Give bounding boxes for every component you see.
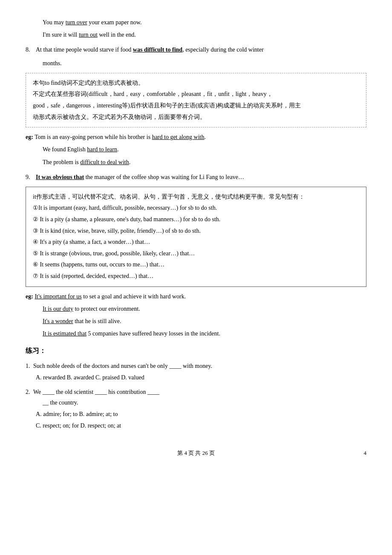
ex2-cont: __ the country. (26, 397, 366, 408)
line-turn-over-after: your exam paper now. (87, 19, 142, 26)
eg2-s1-end: to set a goal and achieve it with hard w… (82, 293, 186, 300)
ex2-opts1: A. admire; for; to B. admire; at; to (26, 409, 366, 419)
line-turn-out: I'm sure it will turn out well in the en… (26, 29, 366, 40)
eg3-line: The problem is difficult to deal with. (26, 157, 366, 168)
eg1-line: eg: Tom is an easy-going person while hi… (26, 132, 366, 142)
item-9-num: 9. (26, 172, 36, 182)
ex2-opts2: C. respect; on; for D. respect; on; at (26, 420, 366, 431)
eg-label-2: eg: (26, 293, 33, 300)
note1-line1: 本句to find动词不定式的主动形式表被动。 (33, 78, 359, 89)
note-box-2: it作形式主语，可以代替不定式、动名词、从句，置于句首，无意义，使句式结构更平衡… (26, 187, 366, 287)
page-content: You may turn over your exam paper now. I… (26, 17, 366, 458)
eg3-end: . (129, 159, 131, 165)
eg2-s1-u: It's important for us (35, 293, 81, 300)
eg2-s2-u: It is our duty (43, 306, 73, 312)
item-9: 9. It was obvious that the manager of th… (26, 172, 366, 182)
eg2-s4-end: 5 companies have suffered heavy losses i… (86, 330, 220, 337)
note-box-1: 本句to find动词不定式的主动形式表被动。 不定式在某些形容词(diffic… (26, 73, 366, 127)
eg2-s2-line: It is our duty to protect our environmen… (26, 304, 366, 314)
eg2-section-label: eg: It's important for us to set a goal … (26, 291, 366, 302)
exercise-2: 2. We ____ the old scientist ____ his co… (26, 387, 366, 431)
turn-over-underline: turn over (66, 19, 87, 26)
eg2-s4-line: It is estimated that 5 companies have su… (26, 328, 366, 339)
note1-line3: good，safe，dangerous，interesting等)后作状语且和句… (33, 100, 359, 112)
note2-c7: ⑦ It is said (reported, decided, expecte… (33, 271, 359, 282)
ex2-question: 2. We ____ the old scientist ____ his co… (26, 387, 366, 397)
line-turn-out-before: I'm sure it will (43, 32, 79, 38)
turn-out-underline: turn out (79, 32, 98, 38)
line-turn-over: You may turn over your exam paper now. (26, 17, 366, 28)
eg1-u: hard to get along with (152, 134, 205, 140)
note2-c4: ④ It's a pity (a shame, a fact, a wonder… (33, 237, 359, 248)
item-8-body: At that time people would starve if food… (36, 44, 264, 55)
ex1-question: 1. Such noble deeds of the doctors and n… (26, 361, 366, 371)
eg1-end: . (205, 134, 206, 140)
ex1-text: Such noble deeds of the doctors and nurs… (33, 363, 212, 369)
item-8-cont: months. (26, 58, 366, 69)
line-turn-out-after: well in the end. (98, 32, 136, 38)
note2-c2: ② It is a pity (a shame, a pleasure, one… (33, 214, 359, 225)
eg1-text: Tom is an easy-going person while his br… (35, 134, 152, 140)
eg2-s3-line: It's a wonder that he is still alive. (26, 316, 366, 327)
eg2-u: hard to learn (87, 146, 117, 153)
item-9-u: It was obvious that (36, 174, 84, 180)
item-8-text: At that time people would starve if food (36, 46, 133, 53)
eg2-s3-end: that he is still alive. (73, 318, 121, 324)
eg2-line: We found English hard to learn. (26, 144, 366, 155)
eg2-s2-end: to protect our environment. (73, 306, 140, 312)
eg3-u: difficult to deal with (80, 159, 129, 165)
eg2-end: . (117, 146, 119, 153)
ex2-text: We ____ the old scientist ____ his contr… (33, 389, 159, 395)
note2-c1: ①It is important (easy, hard, difficult,… (33, 202, 359, 214)
note2-c3: ③ It is kind (nice, wise, brave, silly, … (33, 225, 359, 237)
note1-line4: 动形式表示被动含义。不定式若为不及物动词，后面要带有介词。 (33, 112, 359, 123)
item-9-body: It was obvious that the manager of the c… (36, 172, 244, 182)
eg-label-1: eg: (26, 134, 33, 140)
item-9-end: the manager of the coffee shop was waiti… (84, 174, 244, 180)
line-turn-over-before: You may (43, 19, 66, 26)
eg2-text: We found English (43, 146, 87, 153)
note1-line2: 不定式在某些形容词(difficult，hard，easy，comfortabl… (33, 89, 359, 100)
item-8-underline: was difficult to find (133, 46, 182, 53)
page-number: 4 (364, 448, 367, 458)
exercise-1: 1. Such noble deeds of the doctors and n… (26, 361, 366, 383)
ex1-num: 1. (26, 363, 30, 369)
note2-c5: ⑤ It is strange (obvious, true, good, po… (33, 248, 359, 260)
ex2-num: 2. (26, 389, 30, 395)
item-8: 8. At that time people would starve if f… (26, 44, 366, 55)
note2-line1: it作形式主语，可以代替不定式、动名词、从句，置于句首，无意义，使句式结构更平衡… (33, 191, 359, 203)
eg2-s3-u: It's a wonder (43, 318, 73, 324)
footer-center-text: 第 4 页 共 26 页 (177, 450, 215, 456)
eg2-s4-u: It is estimated that (43, 330, 86, 337)
page-footer: 第 4 页 共 26 页 4 (26, 448, 366, 458)
item-8-end: , especially during the cold winter (182, 46, 264, 53)
item-8-num: 8. (26, 44, 36, 55)
section-exercise: 练习： (26, 345, 366, 357)
eg3-text: The problem is (43, 159, 80, 165)
ex1-options: A. rewarded B. awarded C. praised D. val… (26, 372, 366, 383)
note2-c6: ⑥ It seems (happens, turns out, occurs t… (33, 259, 359, 271)
